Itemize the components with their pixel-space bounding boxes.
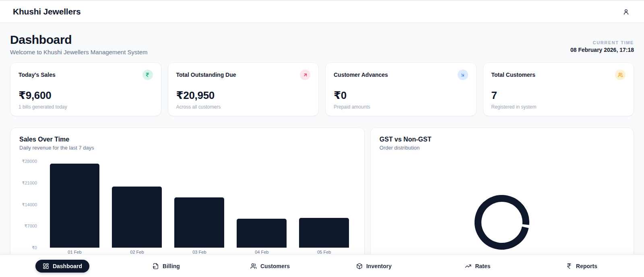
current-time-block: CURRENT TIME 08 February 2026, 17:18 — [570, 40, 634, 53]
sales-chart-subtitle: Daily revenue for the last 7 days — [19, 145, 355, 151]
nav-label: Dashboard — [53, 263, 82, 269]
user-icon — [623, 8, 630, 15]
current-time-value: 08 February 2026, 17:18 — [570, 47, 634, 53]
stats-row: Today's Sales ₹9,600 1 bills generated t… — [10, 62, 634, 116]
trending-up-icon — [465, 263, 471, 269]
x-axis-labels: 01 Feb02 Feb03 Feb04 Feb05 Feb — [43, 250, 355, 254]
app-brand: Khushi Jewellers — [13, 7, 80, 16]
bar — [299, 218, 349, 248]
stat-card-total-customers: Total Customers 7 Registered in system — [483, 62, 634, 116]
stat-subtext: Prepaid amounts — [334, 104, 468, 110]
nav-item-reports[interactable]: Reports — [562, 260, 601, 273]
x-tick: 05 Feb — [293, 250, 355, 254]
x-tick: 01 Feb — [43, 250, 106, 254]
stat-value: 7 — [491, 89, 626, 102]
gst-chart-subtitle: Order distribution — [380, 145, 625, 151]
stat-title: Customer Advances — [334, 72, 388, 78]
arrow-up-right-icon — [300, 70, 310, 80]
gst-chart-title: GST vs Non-GST — [380, 136, 625, 143]
nav-label: Billing — [163, 263, 180, 269]
indian-rupee-icon — [566, 263, 572, 269]
bar-plot — [43, 161, 355, 248]
users-icon — [250, 263, 257, 269]
stat-card-customer-advances: Customer Advances ₹0 Prepaid amounts — [325, 62, 477, 116]
stat-card-todays-sales: Today's Sales ₹9,600 1 bills generated t… — [10, 62, 161, 116]
nav-item-billing[interactable]: Billing — [149, 260, 184, 273]
bar-chart: ₹28000₹21000₹14000₹7000₹0 01 Feb02 Feb03… — [43, 161, 355, 254]
donut-svg — [475, 195, 529, 250]
nav-label: Rates — [475, 263, 490, 269]
y-axis-labels: ₹28000₹21000₹14000₹7000₹0 — [19, 161, 39, 248]
bottom-nav: Dashboard Billing Customers — [0, 254, 644, 277]
nav-item-customers[interactable]: Customers — [246, 260, 294, 273]
y-tick: ₹0 — [32, 245, 37, 250]
page-head: Dashboard Welcome to Khushi Jewellers Ma… — [10, 33, 634, 55]
page-subtitle: Welcome to Khushi Jewellers Management S… — [10, 49, 148, 55]
stat-title: Total Outstanding Due — [176, 72, 236, 78]
bar — [112, 187, 162, 248]
package-icon — [356, 263, 363, 269]
x-tick: 03 Feb — [168, 250, 231, 254]
nav-item-inventory[interactable]: Inventory — [352, 260, 396, 273]
stat-value: ₹0 — [334, 89, 468, 102]
nav-item-rates[interactable]: Rates — [461, 260, 494, 273]
stat-value: ₹20,950 — [176, 89, 311, 102]
stat-subtext: 1 bills generated today — [19, 104, 153, 110]
page-title: Dashboard — [10, 33, 148, 47]
current-time-label: CURRENT TIME — [570, 40, 634, 45]
indian-rupee-icon — [142, 70, 153, 80]
bar — [174, 197, 224, 248]
stat-card-outstanding-due: Total Outstanding Due ₹20,950 Across all… — [168, 62, 319, 116]
main-content: Dashboard Welcome to Khushi Jewellers Ma… — [0, 23, 644, 277]
y-tick: ₹21000 — [22, 180, 37, 185]
stat-value: ₹9,600 — [19, 89, 153, 102]
nav-label: Reports — [576, 263, 597, 269]
nav-label: Customers — [260, 263, 290, 269]
y-tick: ₹28000 — [22, 159, 37, 164]
user-account-button[interactable] — [621, 7, 631, 17]
nav-item-dashboard[interactable]: Dashboard — [35, 260, 89, 273]
x-tick: 04 Feb — [231, 250, 293, 254]
file-output-icon — [153, 263, 159, 269]
x-tick: 02 Feb — [106, 250, 168, 254]
stat-subtext: Across all customers — [176, 104, 311, 110]
layout-dashboard-icon — [43, 263, 49, 269]
y-tick: ₹7000 — [25, 224, 37, 229]
sales-chart-title: Sales Over Time — [19, 136, 355, 143]
stat-title: Today's Sales — [19, 72, 56, 78]
bar — [50, 164, 100, 248]
stat-title: Total Customers — [491, 72, 535, 78]
donut-ring — [475, 195, 529, 250]
arrow-down-right-icon — [458, 70, 468, 80]
bar — [237, 219, 287, 248]
users-icon — [615, 70, 625, 80]
y-tick: ₹14000 — [22, 202, 37, 207]
app-header: Khushi Jewellers — [0, 0, 644, 23]
nav-label: Inventory — [366, 263, 392, 269]
stat-subtext: Registered in system — [491, 104, 626, 110]
